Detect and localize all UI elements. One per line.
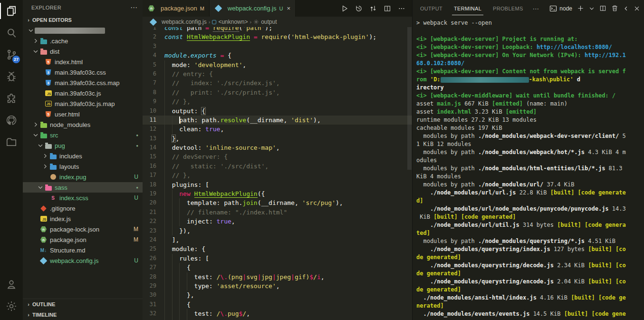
tree-item-folder-includes[interactable]: includes [23,151,143,161]
breadcrumb-item-unknown[interactable]: <unknown> [212,19,248,25]
open-editors-section[interactable]: › OPEN EDITORS [23,15,143,25]
code-line-12[interactable]: 12 clean: true, [143,125,412,134]
code-line-4[interactable]: 4module.exports = { [143,51,412,60]
panel-chevron-left-icon[interactable] [623,6,629,11]
terminal-profile-node[interactable]: node [549,5,572,12]
tree-item-folder-sass[interactable]: sass● [23,182,143,193]
code-line-27[interactable]: 27 { [143,263,412,272]
activity-extensions[interactable] [0,87,23,109]
code-line-2[interactable]: 2const HtmlWebpackPlugin = require('html… [143,32,412,41]
tree-item-file-index-pug[interactable]: index.pugU [23,172,143,182]
code-line-25[interactable]: 25 module: { [143,244,412,253]
code-line-31[interactable]: 31 { [143,300,412,309]
code-line-19[interactable]: 19 new HtmlWebpackPlugin({ [143,189,412,198]
code-line-5[interactable]: 5 mode: 'development', [143,60,412,69]
code-line-9[interactable]: 9 // }, [143,97,412,106]
history-icon[interactable] [355,5,363,12]
explorer-more-actions-icon[interactable]: ⋯ [130,3,138,12]
activity-explorer[interactable] [0,0,23,22]
line-number: 28 [143,272,164,281]
tree-item-file-main-js[interactable]: JSmain.39afc03c.js [23,88,143,98]
tree-item-file-index-html[interactable]: 5index.html [23,57,143,67]
more-actions-icon[interactable] [398,5,405,12]
activity-project-folder[interactable] [0,131,23,153]
breadcrumb-item-file[interactable]: webpack.config.js [149,18,207,26]
panel-tab-output[interactable]: OUTPUT [418,1,444,15]
tree-item-file-main-css-map[interactable]: 3main.39afc03c.css.map [23,78,143,88]
code-line-16[interactable]: 16 // static: './src/dist', [143,162,412,171]
code-line-23[interactable]: 23 }), [143,226,412,235]
file-type-icon [39,48,48,55]
code-line-13[interactable]: 13 }, [143,134,412,143]
timeline-section[interactable]: › TIMELINE [23,310,143,320]
code-line-21[interactable]: 21 // filename: "./index.html" [143,208,412,217]
open-changes-icon[interactable] [369,5,377,12]
code-line-8[interactable]: 8 // print: './src/print.js', [143,88,412,97]
editor-scrollbar[interactable] [407,27,412,170]
new-terminal-icon[interactable] [577,5,584,12]
close-tab-icon[interactable]: × [287,5,290,12]
code-line-18[interactable]: 18 plugins: [ [143,180,412,189]
close-panel-icon[interactable] [634,5,640,12]
activity-github[interactable] [0,109,23,131]
code-line-29[interactable]: 29 type: 'asset/resource', [143,281,412,291]
activity-accounts[interactable] [0,273,23,295]
run-icon[interactable] [341,5,348,12]
code-line-24[interactable]: 24 ], [143,235,412,244]
activity-debug[interactable] [0,66,23,87]
code-line-14[interactable]: 14 devtool: 'inline-source-map', [143,143,412,152]
split-terminal-icon[interactable] [599,5,606,12]
terminal-output[interactable]: > webpack serve --open<i> [webpack-dev-s… [413,17,644,320]
code-line-20[interactable]: 20 template: path.join(__dirname, 'src/p… [143,198,412,207]
split-editor-icon[interactable] [384,5,391,12]
code-line-28[interactable]: 28 test: /\.(png|svg|jpg|jpeg|gif)$/i, [143,272,412,281]
code-line-30[interactable]: 30 }, [143,291,412,300]
code-line-11[interactable]: 11 path: path.resolve(__dirname, 'dist')… [143,116,412,125]
code-line-7[interactable]: 7 // index: './src/index.js', [143,78,412,87]
tree-item-file-webpack-config[interactable]: webpack.config.jsU [23,255,143,266]
outline-section[interactable]: › OUTLINE [23,299,143,310]
activity-settings[interactable] [0,295,23,317]
tab-package-json[interactable]: npackage.jsonM [143,0,210,17]
kill-terminal-icon[interactable] [611,5,618,12]
tree-item-file-main-js-map[interactable]: JSmain.39afc03c.js.map [23,98,143,109]
terminal-line-24: ./node_modules/url/node_modules/punycode… [416,205,644,213]
tree-item-file-main-css[interactable]: 3main.39afc03c.css [23,67,143,78]
tab-webpack-config[interactable]: webpack.config.jsU× [210,0,296,17]
code-line-32[interactable]: 32 test: /\.pug$/, [143,309,412,318]
code-line-33[interactable]: 33 include: path.join(__dirname, 'src/pu… [143,319,412,320]
tree-item-root-folder[interactable] [23,25,143,36]
code-line-3[interactable]: 3 [143,42,412,51]
code-line-17[interactable]: 17 // }, [143,171,412,180]
tree-item-file-package-json[interactable]: npackage.jsonM [23,234,143,245]
code-line-15[interactable]: 15 // devServer: { [143,152,412,161]
tree-item-folder-src[interactable]: src● [23,130,143,140]
launch-profile-icon[interactable] [589,6,595,11]
tree-item-label: main.39afc03c.css [55,69,106,76]
code-line-22[interactable]: 22 inject: true, [143,217,412,226]
tree-item-folder-cache[interactable]: .cache [23,36,143,46]
activity-source-control[interactable]: 27 [0,44,23,66]
tree-item-file-package-lock[interactable]: npackage-lock.jsonM [23,224,143,234]
explorer-icon [5,5,18,17]
code-line-26[interactable]: 26 rules: [ [143,254,412,263]
tree-item-folder-node-modules[interactable]: node_modules [23,119,143,130]
activity-search[interactable] [0,22,23,44]
tree-item-file-user-html[interactable]: 5user.html [23,109,143,119]
code-editor[interactable]: 1const path = require('path');2const Htm… [143,23,412,320]
code-line-6[interactable]: 6 // entry: { [143,69,412,78]
tree-item-file-gitignore[interactable]: .gitignore [23,203,143,213]
panel-tab-terminal[interactable]: TERMINAL [452,1,483,15]
chevron-right-icon: › [25,301,32,307]
breadcrumb-item-output[interactable]: output [253,19,277,25]
tree-item-folder-layouts[interactable]: layouts [23,161,143,172]
file-type-icon: 3 [44,79,52,87]
tree-item-folder-dist[interactable]: dist [23,46,143,57]
tree-item-file-structure-md[interactable]: M↓Structure.md [23,245,143,255]
panel-more-actions-icon[interactable]: ⋯ [533,5,540,12]
tree-item-file-index-scss[interactable]: Sindex.scssU [23,193,143,203]
panel-tab-problems[interactable]: PROBLEMS [491,1,525,15]
code-line-10[interactable]: 10 output: { [143,107,412,116]
tree-item-file-index-js[interactable]: JSindex.js [23,213,143,224]
tree-item-folder-pug[interactable]: pug● [23,140,143,151]
